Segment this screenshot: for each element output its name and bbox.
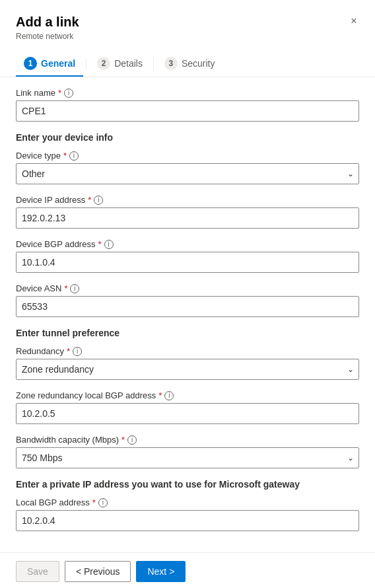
link-name-required: * <box>58 88 61 98</box>
bandwidth-select-wrapper: 500 Mbps 750 Mbps 1000 Mbps ⌄ <box>16 447 359 468</box>
link-name-input[interactable] <box>16 100 359 122</box>
device-ip-group: Device IP address * i <box>16 195 359 229</box>
link-name-group: Link name * i <box>16 88 359 122</box>
device-ip-input[interactable] <box>16 207 359 229</box>
device-asn-input[interactable] <box>16 296 359 317</box>
local-bgp-required: * <box>92 497 96 507</box>
device-info-heading: Enter your device info <box>16 132 359 143</box>
redundancy-group: Redundancy * i Zone redundancy No redund… <box>16 346 359 380</box>
device-type-info-icon[interactable]: i <box>69 151 79 161</box>
tab-divider-2 <box>153 59 154 69</box>
bandwidth-label: Bandwidth capacity (Mbps) * i <box>16 435 359 445</box>
bandwidth-info-icon[interactable]: i <box>127 435 137 445</box>
device-bgp-label: Device BGP address * i <box>16 239 359 249</box>
device-type-select[interactable]: Other Cisco Juniper Palo Alto Check Poin… <box>16 163 359 184</box>
link-name-label: Link name * i <box>16 88 359 98</box>
tab-details-label: Details <box>114 58 143 69</box>
device-bgp-info-icon[interactable]: i <box>104 240 114 249</box>
redundancy-select-wrapper: Zone redundancy No redundancy ⌄ <box>16 359 359 380</box>
device-type-required: * <box>63 151 67 161</box>
add-link-modal: Add a link Remote network × 1 General 2 … <box>0 0 375 588</box>
device-bgp-group: Device BGP address * i <box>16 239 359 273</box>
redundancy-label: Redundancy * i <box>16 346 359 356</box>
device-ip-label: Device IP address * i <box>16 195 359 205</box>
close-button[interactable]: × <box>343 11 364 32</box>
device-asn-label: Device ASN * i <box>16 283 359 293</box>
bandwidth-required: * <box>121 435 125 445</box>
zone-bgp-input[interactable] <box>16 403 359 424</box>
device-ip-required: * <box>88 195 91 205</box>
local-bgp-group: Local BGP address * i <box>16 497 359 531</box>
device-asn-required: * <box>64 283 67 293</box>
bandwidth-select[interactable]: 500 Mbps 750 Mbps 1000 Mbps <box>16 447 359 468</box>
redundancy-info-icon[interactable]: i <box>73 347 82 356</box>
tab-bar: 1 General 2 Details 3 Security <box>0 41 375 77</box>
gateway-heading: Enter a private IP address you want to u… <box>16 479 359 490</box>
previous-button[interactable]: < Previous <box>65 561 131 582</box>
form-content: Link name * i Enter your device info Dev… <box>0 77 375 552</box>
bandwidth-group: Bandwidth capacity (Mbps) * i 500 Mbps 7… <box>16 435 359 468</box>
device-bgp-required: * <box>98 239 101 249</box>
device-type-select-wrapper: Other Cisco Juniper Palo Alto Check Poin… <box>16 163 359 184</box>
zone-bgp-info-icon[interactable]: i <box>164 391 174 400</box>
modal-footer: Save < Previous Next > <box>0 552 375 588</box>
modal-header: Add a link Remote network × <box>0 0 375 41</box>
redundancy-select[interactable]: Zone redundancy No redundancy <box>16 359 359 380</box>
local-bgp-label: Local BGP address * i <box>16 497 359 507</box>
device-ip-info-icon[interactable]: i <box>94 196 103 205</box>
tab-general-label: General <box>41 58 75 69</box>
device-bgp-input[interactable] <box>16 252 359 273</box>
device-type-label: Device type * i <box>16 151 359 161</box>
tab-divider-1 <box>86 59 86 69</box>
device-asn-info-icon[interactable]: i <box>70 284 79 293</box>
tab-security-label: Security <box>182 58 215 69</box>
local-bgp-info-icon[interactable]: i <box>98 498 108 507</box>
close-icon: × <box>351 15 357 27</box>
device-asn-group: Device ASN * i <box>16 283 359 317</box>
tab-security[interactable]: 3 Security <box>156 52 223 77</box>
local-bgp-input[interactable] <box>16 510 359 531</box>
zone-bgp-group: Zone redundancy local BGP address * i <box>16 390 359 424</box>
link-name-info-icon[interactable]: i <box>64 89 73 98</box>
redundancy-required: * <box>67 346 70 356</box>
tab-general-number: 1 <box>24 57 37 70</box>
tab-general[interactable]: 1 General <box>16 52 83 77</box>
zone-bgp-required: * <box>158 390 162 400</box>
modal-title: Add a link <box>16 13 359 30</box>
tab-details[interactable]: 2 Details <box>89 52 151 77</box>
tab-details-number: 2 <box>97 57 110 70</box>
next-button[interactable]: Next > <box>136 561 186 582</box>
zone-bgp-label: Zone redundancy local BGP address * i <box>16 390 359 400</box>
tunnel-heading: Enter tunnel preference <box>16 328 359 338</box>
modal-subtitle: Remote network <box>16 32 359 41</box>
tab-security-number: 3 <box>164 57 178 70</box>
save-button[interactable]: Save <box>16 561 59 582</box>
device-type-group: Device type * i Other Cisco Juniper Palo… <box>16 151 359 184</box>
